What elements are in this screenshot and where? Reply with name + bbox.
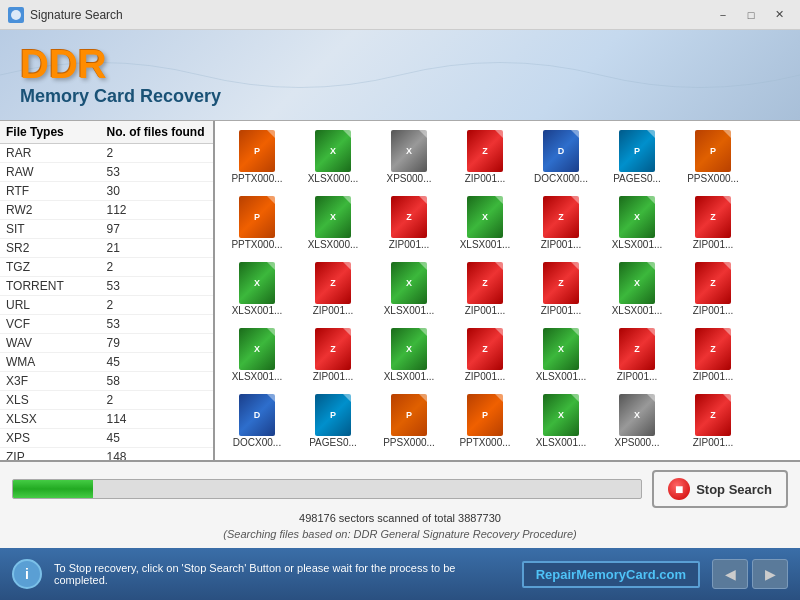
file-type-icon: P [239, 196, 275, 238]
file-item[interactable]: P PPSX000... [373, 391, 445, 453]
maximize-button[interactable]: □ [738, 5, 764, 25]
file-item[interactable]: X XLSX001... [221, 259, 293, 321]
file-item[interactable]: Z ZIP001... [297, 259, 369, 321]
file-type-icon: X [315, 130, 351, 172]
file-type-row[interactable]: SIT97 [0, 220, 213, 239]
close-button[interactable]: ✕ [766, 5, 792, 25]
file-type-row[interactable]: TGZ2 [0, 258, 213, 277]
file-item[interactable]: P PPTX000... [221, 193, 293, 255]
file-item[interactable]: X XLSX001... [677, 457, 749, 460]
file-type-icon: Z [543, 262, 579, 304]
file-type-row[interactable]: TORRENT53 [0, 277, 213, 296]
file-type-row[interactable]: ZIP148 [0, 448, 213, 460]
footer-logo: RepairMemoryCard.com [522, 561, 700, 588]
file-item[interactable]: Z ZIP001... [677, 391, 749, 453]
file-name-label: PPSX000... [687, 173, 739, 185]
file-type-icon: X [239, 328, 275, 370]
file-icon-container: X [541, 329, 581, 369]
minimize-button[interactable]: − [710, 5, 736, 25]
brand-logo: DDR [20, 44, 780, 84]
file-item[interactable]: X XLSX001... [525, 391, 597, 453]
file-item[interactable]: Z ZIP001... [297, 325, 369, 387]
file-item[interactable]: Z ZIP001... [449, 127, 521, 189]
file-type-row[interactable]: XLSX114 [0, 410, 213, 429]
file-type-icon: Z [695, 394, 731, 436]
file-item[interactable]: P PPTX000... [221, 127, 293, 189]
file-item[interactable]: P PPSX000... [677, 127, 749, 189]
file-item[interactable]: Z ZIP001... [677, 325, 749, 387]
file-grid-scroll[interactable]: P PPTX000... X XLSX000... X XPS000... Z … [215, 121, 800, 460]
file-type-row[interactable]: RW2112 [0, 201, 213, 220]
file-item[interactable]: Z ZIP001... [677, 193, 749, 255]
file-item[interactable]: Z ZIP001... [601, 325, 673, 387]
file-item[interactable]: X XLSX001... [221, 457, 293, 460]
file-item[interactable]: Z ZIP001... [525, 259, 597, 321]
file-item[interactable]: D DOCX000... [525, 127, 597, 189]
file-item[interactable]: P PAGES0... [601, 127, 673, 189]
file-item[interactable]: Z ZIP001... [449, 259, 521, 321]
file-item[interactable]: X XPS000... [373, 127, 445, 189]
file-type-row[interactable]: VCF53 [0, 315, 213, 334]
file-type-icon: Z [543, 196, 579, 238]
file-name-label: XLSX000... [308, 239, 359, 251]
file-type-icon: P [239, 130, 275, 172]
file-type-row[interactable]: RAR2 [0, 144, 213, 163]
file-type-name: X3F [6, 374, 107, 388]
file-types-panel: File Types No. of files found RAR2RAW53R… [0, 121, 215, 460]
file-types-list[interactable]: RAR2RAW53RTF30RW2112SIT97SR221TGZ2TORREN… [0, 144, 213, 460]
file-item[interactable]: X XLSX001... [525, 325, 597, 387]
file-type-name: TGZ [6, 260, 107, 274]
file-item[interactable]: D DOCX00... [221, 391, 293, 453]
file-item[interactable]: X XLSX001... [525, 457, 597, 460]
file-item[interactable]: Z ZIP001... [449, 325, 521, 387]
file-type-row[interactable]: RTF30 [0, 182, 213, 201]
file-item[interactable]: P PPTX000... [449, 391, 521, 453]
footer-prev-button[interactable]: ◀ [712, 559, 748, 589]
file-type-count: 21 [107, 241, 208, 255]
file-item[interactable]: Z ZIP001... [677, 259, 749, 321]
file-item[interactable]: X XLSX001... [601, 193, 673, 255]
title-bar: Signature Search − □ ✕ [0, 0, 800, 30]
progress-bar-container [12, 479, 642, 499]
file-icon-container: X [617, 197, 657, 237]
file-item[interactable]: Z ZIP001... [373, 193, 445, 255]
file-item[interactable]: Z ZIP001... [449, 457, 521, 460]
file-item[interactable]: X XLSX001... [601, 259, 673, 321]
file-item[interactable]: X XLSX000... [297, 193, 369, 255]
file-type-count: 97 [107, 222, 208, 236]
file-icon-container: P [237, 197, 277, 237]
file-type-icon: X [543, 328, 579, 370]
file-item[interactable]: Z ZIP001... [525, 193, 597, 255]
file-icon-container: X [617, 263, 657, 303]
file-name-label: XPS000... [386, 173, 431, 185]
file-icon-container: D [237, 395, 277, 435]
file-name-label: XLSX001... [460, 239, 511, 251]
file-item[interactable]: X XLSX001... [449, 193, 521, 255]
file-type-icon: P [467, 394, 503, 436]
file-type-row[interactable]: WAV79 [0, 334, 213, 353]
file-type-row[interactable]: XPS45 [0, 429, 213, 448]
file-type-row[interactable]: XLS2 [0, 391, 213, 410]
file-type-row[interactable]: X3F58 [0, 372, 213, 391]
file-item[interactable]: X XLSX001... [373, 457, 445, 460]
file-item[interactable]: X XLSX001... [221, 325, 293, 387]
file-type-name: TORRENT [6, 279, 107, 293]
file-type-row[interactable]: WMA45 [0, 353, 213, 372]
file-item[interactable]: X XPS000... [601, 391, 673, 453]
file-item[interactable]: X XLSX001... [373, 259, 445, 321]
file-type-row[interactable]: URL2 [0, 296, 213, 315]
file-icon-container: Z [465, 329, 505, 369]
file-type-row[interactable]: RAW53 [0, 163, 213, 182]
file-type-count: 53 [107, 279, 208, 293]
file-item[interactable]: Z ZIP001... [601, 457, 673, 460]
file-item[interactable]: X XLSX001... [373, 325, 445, 387]
file-icon-container: Z [465, 131, 505, 171]
file-type-row[interactable]: SR221 [0, 239, 213, 258]
file-type-name: RTF [6, 184, 107, 198]
file-item[interactable]: Z ZIP001... [297, 457, 369, 460]
file-item[interactable]: P PAGES0... [297, 391, 369, 453]
stop-search-button[interactable]: ■ Stop Search [652, 470, 788, 508]
file-item[interactable]: X XLSX000... [297, 127, 369, 189]
file-type-icon: X [467, 196, 503, 238]
footer-next-button[interactable]: ▶ [752, 559, 788, 589]
